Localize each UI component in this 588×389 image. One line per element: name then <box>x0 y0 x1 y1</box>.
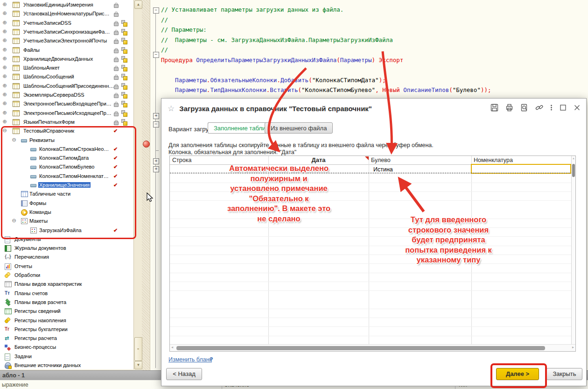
tree-item[interactable]: ⊖Макеты <box>0 217 133 226</box>
tree-item[interactable]: Регистры расчета <box>0 334 133 343</box>
tree-item[interactable]: ⊕Файлы <box>0 46 133 55</box>
tree-item[interactable]: КолонкаСТипомДата✔ <box>0 154 133 163</box>
expand-icon[interactable]: ⊕ <box>2 47 7 52</box>
tree-item[interactable]: ЗагрузкаИзФайла✔ <box>0 226 133 235</box>
close-button[interactable]: Закрыть <box>546 368 582 380</box>
fold-collapse-icon[interactable]: − <box>153 7 159 14</box>
expand-icon[interactable]: ⊕ <box>2 92 7 97</box>
metadata-tree[interactable]: ⊕УпаковкиЕдиницыИзмерения⊕УстановкаЦенНо… <box>0 0 133 369</box>
expand-icon[interactable]: ⊕ <box>2 56 7 61</box>
expand-icon[interactable]: ⊕ <box>2 20 7 25</box>
collapse-icon[interactable]: ⊖ <box>2 127 7 133</box>
tree-item[interactable]: ⊕УпаковкиЕдиницыИзмерения <box>0 0 133 9</box>
tree-item[interactable]: Обработки <box>0 271 133 280</box>
tree-item[interactable]: ⊕ШаблоныСообщений <box>0 72 133 81</box>
tree-item[interactable]: Формы <box>0 199 133 208</box>
tree-item[interactable]: ⊕УчетныеЗаписиDSS <box>0 19 133 28</box>
tree-item[interactable]: ⊕ЯзыкиПечатныхФорм <box>0 118 133 127</box>
collapse-icon[interactable]: ⊖ <box>11 137 17 142</box>
back-button[interactable]: < Назад <box>166 368 202 380</box>
fold-expand-icon[interactable]: + <box>153 158 159 164</box>
tree-item[interactable]: ⊕ЭлектронноеПисьмоВходящееПри… <box>0 99 133 108</box>
table-horizontal-scrollbar[interactable]: ◂ ▸ <box>170 344 575 351</box>
col-header-boolean[interactable]: Булево <box>369 156 471 164</box>
tree-item[interactable]: ⊖Реквизиты <box>0 136 133 145</box>
favorite-star-icon[interactable]: ☆ <box>168 104 175 113</box>
scrollbar-thumb[interactable] <box>134 337 142 361</box>
fold-expand-icon[interactable]: + <box>153 166 159 172</box>
save-icon[interactable] <box>490 104 498 112</box>
scroll-up-button[interactable]: ▲ <box>134 0 142 9</box>
expand-icon[interactable]: ⊕ <box>2 119 7 124</box>
tree-item-label: Регистры сведений <box>14 308 62 314</box>
close-icon[interactable] <box>574 104 581 111</box>
expand-icon[interactable]: ⊕ <box>2 64 7 70</box>
code-lines[interactable]: // Устанавливает параметры загрузки данн… <box>161 5 581 95</box>
tree-item[interactable]: Планы счетов <box>0 289 133 298</box>
tree-item[interactable]: Отчеты <box>0 262 133 271</box>
next-button[interactable]: Далее > <box>496 368 539 380</box>
help-link[interactable]: ? <box>210 356 213 363</box>
tree-item[interactable]: ⊕ХранилищеДвоичныхДанных <box>0 55 133 64</box>
tree-item[interactable]: ⊕ЭлектронноеПисьмоИсходящееПр… <box>0 109 133 118</box>
tree-item[interactable]: КолонкаСТипомБулево✔ <box>0 163 133 171</box>
tree-item[interactable]: Регистры сведений <box>0 307 133 316</box>
tree-item[interactable]: ⊕ЭкземплярыСервераDSS <box>0 91 133 99</box>
table-vertical-scrollbar[interactable]: ▲ <box>571 156 575 344</box>
fold-expand-icon[interactable]: + <box>153 113 159 119</box>
tree-item-label: ТестовыйСправочник <box>22 128 75 134</box>
breakpoint-margin[interactable] <box>142 0 150 370</box>
expand-icon[interactable]: ⊕ <box>2 1 7 7</box>
tree-item[interactable]: Внешние источники данных <box>0 361 133 369</box>
tree-item[interactable]: Планы видов расчета <box>0 298 133 307</box>
scrollbar-thumb[interactable] <box>176 346 545 350</box>
tree-item[interactable]: ⊕УчетныеЗаписиЭлектроннойПочты <box>0 36 133 45</box>
preview-icon[interactable] <box>520 104 528 112</box>
col-header-nomenclature[interactable]: Номенклатура <box>471 156 572 164</box>
tree-item[interactable]: ⊖ТестовыйСправочник✔ <box>0 127 133 135</box>
breakpoint-icon[interactable] <box>143 141 150 148</box>
tree-item[interactable]: Перечисления <box>0 253 133 262</box>
expand-icon[interactable]: ⊕ <box>2 10 7 16</box>
tree-item[interactable]: ⊕УстановкаЦенНоменклатурыПрис… <box>0 9 133 18</box>
tree-item[interactable]: КолонкаСТипомСтрокаНео…✔ <box>0 145 133 154</box>
tree-item[interactable]: ⊕УчетныеЗаписиСинхронизацииФа… <box>0 28 133 36</box>
tree-item[interactable]: ⊕ШаблоныАнкет <box>0 64 133 72</box>
tree-item[interactable]: Регистры бухгалтерии <box>0 325 133 334</box>
scroll-down-button[interactable]: ▼ <box>134 361 142 369</box>
expand-icon[interactable]: ⊕ <box>2 73 7 79</box>
expand-icon[interactable]: ⊕ <box>2 100 7 106</box>
expand-icon[interactable]: ⊕ <box>2 83 7 88</box>
active-cell[interactable] <box>471 164 571 174</box>
maximize-icon[interactable] <box>560 104 567 111</box>
tab-from-file[interactable]: Из внешнего файла <box>265 122 333 134</box>
lock-icon <box>114 67 119 71</box>
scroll-left-icon[interactable]: ◂ <box>171 345 173 349</box>
tree-item[interactable]: КолонкаСТипомНоменклат…✔ <box>0 172 133 181</box>
scrollbar-thumb[interactable] <box>572 164 575 177</box>
tree-scrollbar[interactable]: ▲ ▼ <box>133 0 142 369</box>
tree-item[interactable]: Бизнес-процессы <box>0 343 133 352</box>
scroll-right-icon[interactable]: ▸ <box>572 345 574 349</box>
tree-item[interactable]: Команды <box>0 208 133 217</box>
expand-icon[interactable]: ⊕ <box>2 37 7 43</box>
tree-item[interactable]: Задачи <box>0 352 133 361</box>
fold-collapse-icon[interactable]: − <box>153 121 159 127</box>
print-icon[interactable] <box>505 104 513 112</box>
tree-item[interactable]: Документы <box>0 235 133 244</box>
edit-form-link[interactable]: Изменить бланк <box>168 356 212 363</box>
expand-icon[interactable]: ⊕ <box>2 28 7 34</box>
link-icon[interactable] <box>535 104 543 112</box>
tree-item[interactable]: Табличные части <box>0 190 133 198</box>
tree-item[interactable]: Планы видов характеристик <box>0 280 133 289</box>
tree-item[interactable]: Регистры накопления <box>0 316 133 325</box>
tree-item[interactable]: Журналы документов <box>0 244 133 253</box>
fold-collapse-icon[interactable]: − <box>153 52 159 58</box>
tree-item[interactable]: ⊕ШаблоныСообщенийПрисоединенн… <box>0 82 133 91</box>
more-menu-icon[interactable] <box>550 104 553 112</box>
collapse-icon[interactable]: ⊖ <box>11 218 17 223</box>
expand-icon[interactable]: ⊕ <box>2 110 7 115</box>
tree-item[interactable]: ХранилищеЗначения✔ <box>0 181 133 190</box>
dialog-titlebar[interactable]: ☆ Загрузка данных в справочник "Тестовый… <box>161 99 586 118</box>
scroll-up-icon[interactable]: ▲ <box>572 157 575 160</box>
